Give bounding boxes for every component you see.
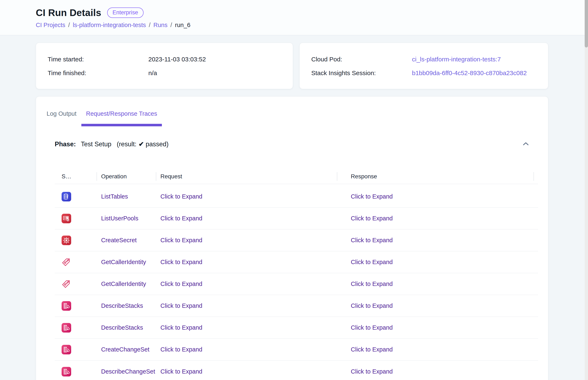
response-cell: Click to Expand — [337, 186, 534, 207]
breadcrumb-item[interactable]: Runs — [153, 22, 167, 29]
breadcrumb-separator: / — [68, 22, 70, 29]
phase-text: Phase: Test Setup (result:✔passed) — [55, 140, 168, 148]
scrollbar-thumb[interactable] — [585, 0, 588, 47]
request-expand-link[interactable]: Click to Expand — [160, 368, 202, 375]
page-title: CI Run Details — [36, 7, 101, 18]
trace-table: S…OperationRequestResponse ListTablesCli… — [55, 169, 538, 380]
pod-summary-card: Cloud Pod:ci_ls-platform-integration-tes… — [299, 43, 548, 89]
operation-cell: CreateSecret — [97, 229, 156, 251]
trace-table-header: S…OperationRequestResponse — [55, 169, 538, 184]
operation-link[interactable]: DescribeStacks — [101, 302, 143, 309]
table-row: DescribeStacksClick to ExpandClick to Ex… — [55, 295, 538, 317]
response-cell: Click to Expand — [337, 339, 534, 360]
response-expand-link[interactable]: Click to Expand — [351, 368, 393, 375]
table-row: ListUserPoolsClick to ExpandClick to Exp… — [55, 208, 538, 229]
service-cell — [55, 229, 97, 251]
operation-cell: DescribeChangeSet — [97, 361, 156, 380]
operation-link[interactable]: CreateChangeSet — [101, 346, 149, 353]
tab-log-output[interactable]: Log Output — [42, 96, 81, 126]
operation-link[interactable]: ListUserPools — [101, 215, 138, 222]
cloudformation-service-icon — [62, 301, 71, 311]
service-cell — [55, 273, 97, 295]
collapse-phase-button[interactable] — [522, 141, 529, 147]
sts-service-icon — [62, 257, 71, 267]
response-expand-link[interactable]: Click to Expand — [351, 193, 393, 200]
summary-label: Cloud Pod: — [311, 56, 412, 63]
response-expand-link[interactable]: Click to Expand — [351, 281, 393, 287]
request-cell: Click to Expand — [156, 361, 337, 380]
summary-row: Cloud Pod:ci_ls-platform-integration-tes… — [311, 53, 548, 66]
response-cell: Click to Expand — [337, 273, 534, 295]
summary-label: Stack Insights Session: — [311, 70, 412, 76]
request-expand-link[interactable]: Click to Expand — [160, 346, 202, 353]
summary-value-link[interactable]: b1bb09da-6ff0-4c52-8930-c870ba23c082 — [412, 70, 527, 76]
request-cell: Click to Expand — [156, 295, 337, 317]
request-expand-link[interactable]: Click to Expand — [160, 281, 202, 287]
response-expand-link[interactable]: Click to Expand — [351, 346, 393, 353]
breadcrumb-separator: / — [149, 22, 150, 29]
operation-link[interactable]: CreateSecret — [101, 237, 137, 244]
service-cell — [55, 361, 97, 380]
table-row: GetCallerIdentityClick to ExpandClick to… — [55, 251, 538, 273]
request-cell: Click to Expand — [156, 339, 337, 360]
column-header[interactable]: Operation — [97, 169, 156, 184]
request-expand-link[interactable]: Click to Expand — [160, 302, 202, 309]
service-cell — [55, 186, 97, 207]
breadcrumb: CI Projects/ls-platform-integration-test… — [36, 22, 588, 29]
operation-cell: ListTables — [97, 186, 156, 207]
response-cell: Click to Expand — [337, 208, 534, 229]
page-content: Time started:2023-11-03 03:03:52Time fin… — [0, 35, 588, 380]
column-header[interactable]: Request — [156, 169, 337, 184]
request-expand-link[interactable]: Click to Expand — [160, 237, 202, 244]
summary-value: 2023-11-03 03:03:52 — [148, 56, 206, 63]
response-expand-link[interactable]: Click to Expand — [351, 215, 393, 222]
request-cell: Click to Expand — [156, 251, 337, 273]
service-cell — [55, 208, 97, 229]
phase-header[interactable]: Phase: Test Setup (result:✔passed) — [36, 137, 548, 151]
request-expand-link[interactable]: Click to Expand — [160, 324, 202, 331]
operation-link[interactable]: DescribeChangeSet — [101, 368, 155, 375]
summary-value-link[interactable]: ci_ls-platform-integration-tests:7 — [412, 56, 501, 63]
summary-label: Time finished: — [48, 70, 148, 76]
cognito-service-icon — [62, 214, 71, 223]
operation-link[interactable]: DescribeStacks — [101, 324, 143, 331]
sts-service-icon — [62, 279, 71, 289]
response-expand-link[interactable]: Click to Expand — [351, 324, 393, 331]
service-cell — [55, 295, 97, 317]
response-cell: Click to Expand — [337, 251, 534, 273]
request-expand-link[interactable]: Click to Expand — [160, 193, 202, 200]
operation-link[interactable]: GetCallerIdentity — [101, 259, 146, 266]
request-cell: Click to Expand — [156, 186, 337, 207]
request-cell: Click to Expand — [156, 208, 337, 229]
scrollbar-track[interactable] — [585, 0, 588, 380]
response-expand-link[interactable]: Click to Expand — [351, 302, 393, 309]
summary-row: Time finished:n/a — [48, 66, 293, 80]
cloudformation-service-icon — [62, 323, 71, 333]
response-cell: Click to Expand — [337, 295, 534, 317]
operation-cell: DescribeStacks — [97, 295, 156, 317]
summary-row: Stack Insights Session:b1bb09da-6ff0-4c5… — [311, 66, 548, 80]
request-expand-link[interactable]: Click to Expand — [160, 259, 202, 266]
breadcrumb-item[interactable]: ls-platform-integration-tests — [73, 22, 146, 29]
operation-link[interactable]: GetCallerIdentity — [101, 281, 146, 287]
cloudformation-service-icon — [62, 345, 71, 354]
request-expand-link[interactable]: Click to Expand — [160, 215, 202, 222]
tab-request-response-traces[interactable]: Request/Response Traces — [81, 96, 162, 126]
table-row: GetCallerIdentityClick to ExpandClick to… — [55, 273, 538, 295]
request-cell: Click to Expand — [156, 273, 337, 295]
operation-cell: GetCallerIdentity — [97, 273, 156, 295]
phase-name: Test Setup — [81, 140, 111, 148]
column-header[interactable]: S… — [55, 169, 97, 184]
secrets-manager-service-icon — [62, 236, 71, 245]
response-expand-link[interactable]: Click to Expand — [351, 237, 393, 244]
breadcrumb-item: run_6 — [175, 22, 190, 29]
column-header[interactable]: Response — [337, 169, 534, 184]
service-cell — [55, 251, 97, 273]
service-cell — [55, 339, 97, 360]
operation-link[interactable]: ListTables — [101, 193, 128, 200]
breadcrumb-item[interactable]: CI Projects — [36, 22, 65, 29]
response-cell: Click to Expand — [337, 361, 534, 380]
response-expand-link[interactable]: Click to Expand — [351, 259, 393, 266]
table-row: ListTablesClick to ExpandClick to Expand — [55, 186, 538, 208]
traces-card: Log OutputRequest/Response Traces Phase:… — [36, 96, 548, 380]
